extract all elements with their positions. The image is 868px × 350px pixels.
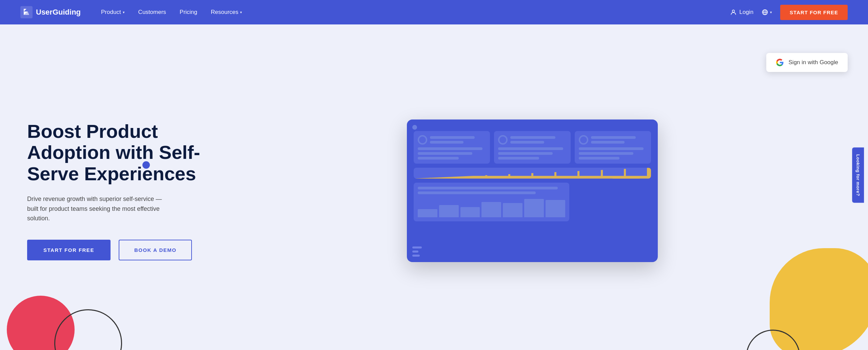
chart-circle-icon [579, 135, 588, 145]
hero-buttons: START FOR FREE BOOK A DEMO [27, 240, 203, 260]
dash-small-card [414, 183, 569, 221]
chart-bar [556, 168, 577, 176]
dash-chart-card [414, 168, 651, 179]
nav-start-free-button[interactable]: START FOR FREE [780, 5, 848, 20]
chart-bar [626, 168, 647, 176]
google-icon [776, 58, 784, 67]
dashboard-frame [407, 119, 658, 262]
chart-bar [579, 168, 600, 176]
looking-for-more-tab[interactable]: Looking for more? [852, 147, 864, 203]
dash-card-3 [575, 131, 651, 164]
chevron-down-icon: ▾ [240, 10, 242, 15]
dashboard-bottom-row [414, 168, 651, 221]
hero-content: Boost Product Adoption with Self-Serve E… [27, 121, 203, 261]
dash-card-1 [414, 131, 490, 164]
user-icon [730, 9, 737, 16]
nav-product[interactable]: Product ▾ [101, 9, 125, 16]
dash-card-2 [494, 131, 570, 164]
chart-bar [418, 170, 439, 176]
chart-bar [510, 168, 531, 176]
globe-icon [762, 9, 768, 16]
hero-illustration [203, 119, 841, 262]
hero-title: Boost Product Adoption with Self-Serve E… [27, 121, 203, 185]
chart-circle-icon [418, 135, 427, 145]
nav-customers[interactable]: Customers [138, 9, 166, 16]
google-signin-button[interactable]: Sign in with Google [766, 53, 848, 72]
chevron-down-icon: ▾ [770, 10, 772, 15]
chart-bar [487, 168, 508, 176]
dashboard-indicator [412, 125, 417, 130]
chart-circle-icon [498, 135, 508, 145]
dashboard-top-row [414, 131, 651, 164]
logo-icon [20, 6, 33, 18]
chart-bar [603, 168, 624, 176]
small-bar-chart [418, 197, 565, 217]
hero-start-free-button[interactable]: START FOR FREE [27, 240, 111, 260]
hero-book-demo-button[interactable]: BOOK A DEMO [119, 240, 192, 260]
nav-resources[interactable]: Resources ▾ [211, 9, 242, 16]
chart-bars [418, 168, 647, 176]
chart-bar [441, 168, 462, 176]
login-button[interactable]: Login [730, 9, 754, 16]
nav-pricing[interactable]: Pricing [180, 9, 197, 16]
hero-subtitle: Drive revenue growth with superior self-… [27, 194, 170, 223]
user-tag [612, 178, 641, 179]
hero-dot-decoration [142, 161, 150, 169]
chart-bar [464, 169, 485, 176]
language-selector[interactable]: ▾ [762, 9, 772, 16]
nav-links: Product ▾ Customers Pricing Resources ▾ [101, 9, 730, 16]
hero-section: Sign in with Google Boost Product Adopti… [0, 24, 868, 350]
navbar: UserGuiding Product ▾ Customers Pricing … [0, 0, 868, 24]
dashboard-controls [412, 246, 422, 257]
chevron-down-icon: ▾ [123, 10, 125, 15]
logo[interactable]: UserGuiding [20, 6, 81, 18]
nav-right: Login ▾ START FOR FREE [730, 5, 848, 20]
chart-bar [533, 168, 554, 176]
svg-point-1 [732, 10, 734, 12]
